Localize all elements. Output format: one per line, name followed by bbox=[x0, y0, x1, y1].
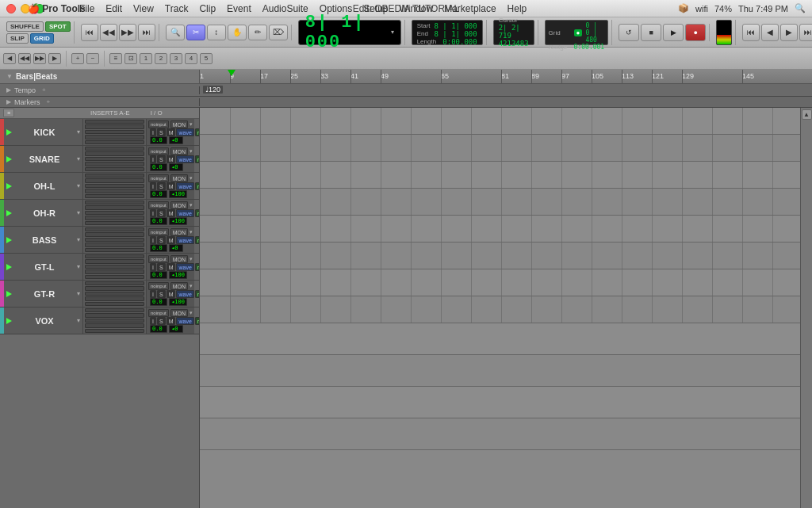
mon-btn[interactable]: MON bbox=[170, 147, 188, 155]
tb2-btn4[interactable]: ▶ bbox=[48, 53, 61, 64]
track-lane[interactable] bbox=[200, 216, 812, 243]
insert-slot[interactable] bbox=[85, 292, 144, 296]
insert-slot[interactable] bbox=[85, 243, 144, 246]
insert-slot[interactable] bbox=[85, 232, 144, 236]
track-i-btn[interactable]: I bbox=[150, 290, 156, 298]
track-expand-arrow[interactable]: ▾ bbox=[77, 182, 80, 189]
tb2-num4[interactable]: 4 bbox=[185, 53, 197, 64]
track-s-btn[interactable]: S bbox=[157, 290, 166, 298]
insert-slot[interactable] bbox=[85, 313, 144, 317]
rewind-to-start-btn[interactable]: ⏮ bbox=[81, 24, 98, 41]
track-volume[interactable]: 0.0 bbox=[150, 298, 167, 306]
insert-slot[interactable] bbox=[85, 189, 144, 193]
track-name-area[interactable]: KICK▾ bbox=[4, 119, 83, 145]
insert-slot[interactable] bbox=[85, 216, 144, 220]
track-volume[interactable]: 0.0 bbox=[150, 325, 167, 333]
menu-event[interactable]: Event bbox=[227, 3, 251, 14]
insert-slot[interactable] bbox=[85, 151, 144, 155]
insert-slot[interactable] bbox=[85, 259, 144, 263]
track-play-btn[interactable] bbox=[6, 129, 12, 136]
track-play-btn[interactable] bbox=[6, 237, 12, 243]
insert-slot[interactable] bbox=[85, 162, 144, 166]
trim-btn[interactable]: ✂ bbox=[186, 25, 205, 40]
track-wave-btn[interactable]: wave bbox=[176, 209, 193, 217]
track-name-area[interactable]: OH-R▾ bbox=[4, 200, 83, 226]
menu-track[interactable]: Track bbox=[165, 3, 189, 14]
insert-slot[interactable] bbox=[85, 254, 144, 258]
track-wave-btn[interactable]: wave bbox=[176, 155, 193, 163]
mon-btn[interactable]: MON bbox=[170, 174, 188, 182]
menu-view[interactable]: View bbox=[133, 3, 154, 14]
track-expand-arrow[interactable]: ▾ bbox=[77, 236, 80, 243]
track-inserts[interactable] bbox=[83, 173, 147, 199]
track-expand-arrow[interactable]: ▾ bbox=[77, 290, 80, 297]
shuffle-mode-btn[interactable]: SHUFFLE bbox=[6, 21, 44, 32]
noinput-btn[interactable]: noinput bbox=[148, 174, 169, 182]
col-header-expand-btn[interactable]: ≡ bbox=[3, 109, 14, 117]
right-scrollbar[interactable]: ▲ bbox=[800, 108, 812, 508]
insert-slot[interactable] bbox=[85, 221, 144, 225]
track-expand-arrow[interactable]: ▾ bbox=[77, 155, 80, 162]
tb2-num3[interactable]: 3 bbox=[170, 53, 182, 64]
track-s-btn[interactable]: S bbox=[157, 236, 166, 244]
noinput-btn[interactable]: noinput bbox=[148, 282, 169, 290]
loop-btn[interactable]: ↺ bbox=[619, 24, 639, 41]
track-lane[interactable] bbox=[200, 189, 812, 216]
track-lane[interactable] bbox=[200, 135, 812, 162]
insert-slot[interactable] bbox=[85, 211, 144, 215]
eraser-btn[interactable]: ⌦ bbox=[269, 25, 288, 40]
track-lane[interactable] bbox=[200, 162, 812, 189]
track-play-btn[interactable] bbox=[6, 291, 12, 297]
back-mini-btn[interactable]: ◀ bbox=[761, 24, 779, 41]
insert-slot[interactable] bbox=[85, 308, 144, 312]
track-inserts[interactable] bbox=[83, 200, 147, 226]
track-pan[interactable]: ◂100 bbox=[169, 190, 187, 198]
track-volume[interactable]: 0.0 bbox=[150, 190, 167, 198]
forward-mini-btn[interactable]: ▶ bbox=[780, 24, 798, 41]
track-i-btn[interactable]: I bbox=[150, 317, 156, 325]
track-m-btn[interactable]: M bbox=[167, 182, 176, 190]
track-play-btn[interactable] bbox=[6, 183, 12, 189]
menu-audiosuite[interactable]: AudioSuite bbox=[262, 3, 308, 14]
track-expand-arrow[interactable]: ▾ bbox=[77, 263, 80, 270]
end-value[interactable]: 8 | 1| 000 bbox=[434, 30, 477, 38]
spot-mode-btn[interactable]: SPOT bbox=[45, 21, 71, 32]
track-pan[interactable]: ◂0 bbox=[169, 136, 183, 144]
tb2-num1[interactable]: 1 bbox=[140, 53, 152, 64]
grid-mode-btn[interactable]: GRID bbox=[30, 33, 54, 44]
track-i-btn[interactable]: I bbox=[150, 182, 156, 190]
ruler-marks[interactable]: 19172533414965818997105113121129145 bbox=[200, 70, 812, 83]
track-s-btn[interactable]: S bbox=[157, 209, 166, 217]
menu-clip[interactable]: Clip bbox=[199, 3, 216, 14]
insert-slot[interactable] bbox=[85, 248, 144, 252]
insert-slot[interactable] bbox=[85, 329, 144, 333]
insert-slot[interactable] bbox=[85, 227, 144, 231]
track-m-btn[interactable]: M bbox=[167, 290, 176, 298]
search-icon[interactable]: 🔍 bbox=[795, 3, 806, 13]
track-wave-btn[interactable]: wave bbox=[176, 263, 193, 271]
track-s-btn[interactable]: S bbox=[157, 155, 166, 163]
track-wave-btn[interactable]: wave bbox=[176, 236, 193, 244]
track-name-area[interactable]: VOX▾ bbox=[4, 307, 83, 334]
insert-slot[interactable] bbox=[85, 269, 144, 273]
track-pan[interactable]: ◂100 bbox=[169, 298, 187, 306]
noinput-btn[interactable]: noinput bbox=[148, 147, 169, 155]
insert-slot[interactable] bbox=[85, 275, 144, 279]
insert-slot[interactable] bbox=[85, 157, 144, 161]
track-play-btn[interactable] bbox=[6, 318, 12, 324]
insert-slot[interactable] bbox=[85, 135, 144, 139]
track-volume[interactable]: 0.0 bbox=[150, 271, 167, 279]
track-volume[interactable]: 0.0 bbox=[150, 136, 167, 144]
insert-slot[interactable] bbox=[85, 178, 144, 182]
track-pan[interactable]: ◂0 bbox=[169, 325, 183, 333]
track-volume[interactable]: 0.0 bbox=[150, 217, 167, 225]
slip-mode-btn[interactable]: SLIP bbox=[6, 33, 29, 44]
insert-slot[interactable] bbox=[85, 238, 144, 242]
insert-slot[interactable] bbox=[85, 281, 144, 285]
track-pan[interactable]: ◂0 bbox=[169, 163, 183, 171]
track-m-btn[interactable]: M bbox=[167, 317, 176, 325]
mon-btn[interactable]: MON bbox=[170, 282, 188, 290]
ffwd-to-end-btn[interactable]: ⏭ bbox=[138, 24, 155, 41]
track-pan[interactable]: ◂100 bbox=[169, 217, 187, 225]
insert-slot[interactable] bbox=[85, 296, 144, 300]
